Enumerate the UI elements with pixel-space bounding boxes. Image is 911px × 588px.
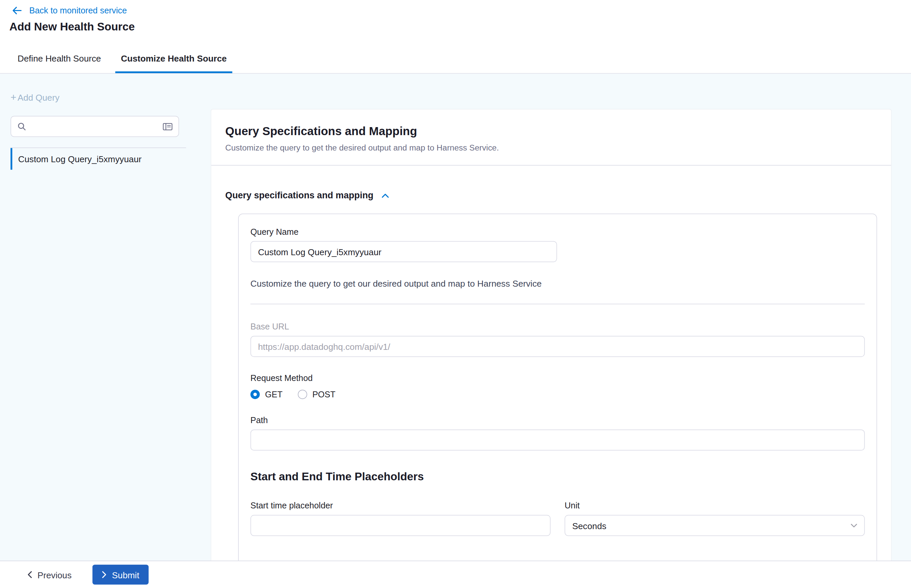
base-url-label: Base URL: [250, 322, 865, 331]
path-label: Path: [250, 415, 865, 425]
request-method-label: Request Method: [250, 373, 865, 383]
arrow-left-icon[interactable]: [12, 6, 22, 15]
unit-select-value: Seconds: [572, 520, 606, 530]
back-row: Back to monitored service: [10, 6, 901, 15]
path-input[interactable]: [250, 430, 865, 451]
unit-select[interactable]: Seconds: [565, 515, 864, 536]
query-mapping-card: Query Name Customize the query to get ou…: [238, 214, 877, 561]
time-placeholder-row: Start time placeholder Unit Seconds: [250, 501, 865, 536]
radio-get-label: GET: [265, 390, 283, 399]
start-time-label: Start time placeholder: [250, 501, 551, 510]
request-method-radio-group: GET POST: [250, 390, 865, 399]
section-title: Query specifications and mapping: [225, 190, 373, 201]
add-health-source-page: Back to monitored service Add New Health…: [0, 0, 911, 588]
submit-button[interactable]: Submit: [93, 565, 149, 584]
add-query-button[interactable]: + Add Query: [10, 92, 59, 102]
query-list: Custom Log Query_i5xmyyuaur: [10, 147, 186, 170]
chevron-up-icon: [381, 193, 389, 198]
submit-button-label: Submit: [112, 570, 139, 580]
main-content: + Add Query: [0, 74, 911, 561]
list-view-icon[interactable]: [163, 122, 173, 131]
query-spec-panel: Query Specifications and Mapping Customi…: [211, 109, 892, 561]
base-url-input: [250, 336, 865, 357]
section-collapse-toggle[interactable]: Query specifications and mapping: [212, 166, 891, 201]
start-time-field: Start time placeholder: [250, 501, 551, 536]
radio-unselected-icon: [298, 390, 307, 399]
start-time-input[interactable]: [250, 515, 551, 536]
radio-selected-icon: [250, 390, 260, 399]
back-to-monitored-service-link[interactable]: Back to monitored service: [29, 6, 127, 15]
chevron-right-icon: [102, 571, 107, 578]
panel-title: Query Specifications and Mapping: [225, 125, 877, 138]
inner-divider: [250, 304, 865, 304]
panel-header: Query Specifications and Mapping Customi…: [212, 109, 891, 165]
page-header: Back to monitored service Add New Health…: [0, 0, 911, 45]
panel-subtitle: Customize the query to get the desired o…: [225, 143, 877, 152]
add-query-label: Add Query: [18, 92, 59, 102]
query-search-input[interactable]: [31, 121, 158, 131]
page-title: Add New Health Source: [10, 20, 901, 33]
query-name-input[interactable]: [250, 241, 557, 262]
plus-icon: +: [10, 92, 16, 102]
tab-define-health-source[interactable]: Define Health Source: [12, 45, 107, 73]
previous-button[interactable]: Previous: [27, 570, 71, 580]
query-search-box: [10, 116, 179, 137]
query-list-item[interactable]: Custom Log Query_i5xmyyuaur: [10, 148, 186, 170]
chevron-left-icon: [27, 571, 32, 578]
tab-customize-health-source[interactable]: Customize Health Source: [115, 45, 233, 73]
query-name-help-text: Customize the query to get our desired o…: [250, 279, 865, 289]
wizard-footer: Previous Submit: [0, 561, 911, 588]
query-item-label: Custom Log Query_i5xmyyuaur: [18, 154, 142, 164]
radio-option-get[interactable]: GET: [250, 390, 283, 399]
unit-field: Unit Seconds: [565, 501, 864, 536]
radio-post-label: POST: [312, 390, 336, 399]
radio-option-post[interactable]: POST: [298, 390, 336, 399]
unit-label: Unit: [565, 501, 864, 510]
query-sidebar: + Add Query: [0, 74, 211, 561]
tab-bar: Define Health Source Customize Health So…: [0, 45, 911, 74]
previous-button-label: Previous: [37, 570, 71, 580]
chevron-down-icon: [851, 523, 857, 527]
time-placeholders-heading: Start and End Time Placeholders: [250, 471, 865, 483]
search-icon: [17, 122, 26, 131]
query-name-label: Query Name: [250, 227, 865, 236]
